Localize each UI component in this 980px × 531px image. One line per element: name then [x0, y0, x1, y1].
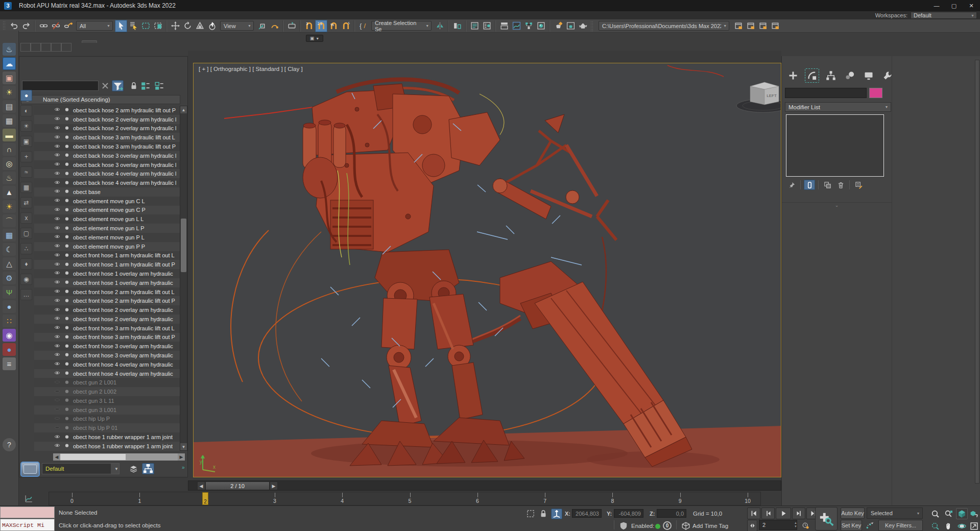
- layers-display-icon[interactable]: [128, 463, 139, 474]
- selection-filter-dropdown[interactable]: All▼: [76, 21, 113, 31]
- scroll-down-icon[interactable]: ▼: [180, 443, 187, 450]
- visibility-eye-icon[interactable]: [54, 343, 62, 350]
- scene-object-row[interactable]: obect front hose 2 overlay arm hydraulic: [34, 315, 180, 324]
- redo-icon[interactable]: [20, 20, 32, 32]
- scene-object-row[interactable]: obect back hose 3 overlay arm hydraulic …: [34, 151, 180, 160]
- bind-to-spacewarp-icon[interactable]: [62, 20, 74, 32]
- explorer-horizontal-scrollbar[interactable]: ◀ ▶: [53, 453, 185, 461]
- viewport-canvas[interactable]: [ + ] [ Orthographic ] [ Standard ] [ Cl…: [193, 63, 781, 477]
- select-by-name-icon[interactable]: [127, 20, 139, 32]
- visibility-eye-icon[interactable]: [54, 171, 62, 177]
- explorer-filter-icon-12[interactable]: ◉: [20, 274, 32, 285]
- align-icon[interactable]: [451, 20, 463, 32]
- key-filters-button[interactable]: Key Filters...: [878, 520, 923, 531]
- visibility-eye-icon[interactable]: [54, 188, 62, 195]
- maxscript-listener-pink[interactable]: [0, 506, 55, 518]
- explorer-search-input[interactable]: [22, 81, 99, 91]
- spinner-icon[interactable]: ▲▼: [791, 521, 797, 528]
- x-coord-field[interactable]: 2064,803: [572, 509, 602, 518]
- selection-lock-icon[interactable]: [539, 509, 548, 518]
- scene-container-icon-2[interactable]: [745, 20, 757, 32]
- scene-object-row[interactable]: obect back hose 3 arm hydraulic lift out…: [34, 133, 180, 142]
- sphere-icon[interactable]: ●: [3, 300, 16, 313]
- visibility-eye-icon[interactable]: [54, 316, 62, 322]
- moon-icon[interactable]: ☾: [3, 243, 16, 256]
- select-and-link-icon[interactable]: [37, 20, 50, 32]
- visibility-eye-icon[interactable]: [54, 379, 62, 386]
- scene-object-row[interactable]: obect front hose 1 arm hydraulic lift ou…: [34, 260, 180, 269]
- scene-object-row[interactable]: obect front hose 2 overlay arm hydraulic: [34, 305, 180, 315]
- viewport-label[interactable]: [ + ] [ Orthographic ] [ Standard ] [ Cl…: [199, 66, 303, 72]
- named-selection-dropdown[interactable]: Create Selection Se▼: [371, 21, 432, 31]
- axis-gizmo[interactable]: y x: [198, 449, 221, 475]
- reference-coordinate-system-dropdown[interactable]: View▼: [220, 21, 254, 31]
- scrollbar-thumb[interactable]: [181, 219, 186, 272]
- help-icon[interactable]: ?: [3, 438, 16, 451]
- window-crossing-icon[interactable]: [152, 20, 164, 32]
- visibility-eye-icon[interactable]: [54, 134, 62, 141]
- scene-object-row[interactable]: obect gun 2 L001: [34, 378, 180, 387]
- material-editor-icon[interactable]: [535, 20, 547, 32]
- make-unique-icon[interactable]: [822, 180, 833, 190]
- populate-tool-button[interactable]: [61, 43, 71, 52]
- orbit-icon[interactable]: [956, 520, 968, 531]
- visibility-eye-icon[interactable]: [54, 107, 62, 113]
- explorer-filter-icon-2[interactable]: ☀: [20, 120, 32, 132]
- toolbar-grip[interactable]: [3, 21, 6, 31]
- palette-icon[interactable]: ◉: [3, 329, 16, 342]
- select-and-place-icon[interactable]: [206, 20, 218, 32]
- scene-object-row[interactable]: obect gun 3 L001: [34, 405, 180, 415]
- visibility-eye-icon[interactable]: [54, 225, 62, 232]
- use-pivot-point-center-icon[interactable]: [256, 20, 268, 32]
- scene-object-row[interactable]: obect back hose 2 overlay arm hydraulic …: [34, 124, 180, 133]
- time-slider[interactable]: ◀ 2 / 10 ▶: [197, 481, 278, 490]
- menu-item[interactable]: [143, 15, 153, 16]
- visibility-eye-icon[interactable]: [54, 334, 62, 341]
- explorer-filter-icon-13[interactable]: …: [20, 289, 32, 300]
- explorer-filter-icon-10[interactable]: ∴: [20, 243, 32, 254]
- rectangular-selection-region-icon[interactable]: [139, 20, 152, 32]
- collapse-tree-icon[interactable]: [155, 81, 164, 90]
- visibility-eye-icon[interactable]: [54, 180, 62, 186]
- named-selection-sets-icon[interactable]: {/: [357, 20, 369, 32]
- current-frame-marker[interactable]: 2: [202, 492, 208, 505]
- visibility-eye-icon[interactable]: [54, 143, 62, 150]
- scene-object-row[interactable]: obect front hose 2 arm hydraulic lift ou…: [34, 296, 180, 305]
- menu-item[interactable]: [153, 15, 163, 16]
- set-key-button[interactable]: Set Key: [841, 520, 862, 531]
- visibility-eye-icon[interactable]: [54, 352, 62, 358]
- scroll-right-icon[interactable]: ▶: [178, 453, 185, 461]
- populate-tool-button[interactable]: [41, 43, 51, 52]
- visibility-eye-icon[interactable]: [54, 298, 62, 304]
- wire-teapot-icon[interactable]: ♨: [3, 172, 16, 184]
- area-light-icon[interactable]: ▬: [3, 129, 16, 141]
- toggle-scene-explorer-icon[interactable]: [468, 20, 481, 32]
- time-slider-track[interactable]: ◀ 2 / 10 ▶: [188, 480, 781, 491]
- grass-icon[interactable]: Ψ: [3, 286, 16, 299]
- scene-object-row[interactable]: obect element move gun P L: [34, 233, 180, 242]
- rendered-frame-window-icon[interactable]: [564, 20, 577, 32]
- scene-object-row[interactable]: obect front hose 1 overlay arm hydraulic: [34, 269, 180, 278]
- scene-object-row[interactable]: obect hip Up P: [34, 415, 180, 424]
- clear-search-icon[interactable]: [101, 82, 109, 90]
- previous-frame-icon[interactable]: ◀: [197, 481, 205, 490]
- visibility-eye-icon[interactable]: [54, 116, 62, 123]
- go-to-start-icon[interactable]: [747, 508, 760, 519]
- previous-frame-icon[interactable]: [761, 508, 775, 519]
- render-setup-icon[interactable]: [552, 20, 564, 32]
- remove-modifier-icon[interactable]: [835, 180, 846, 190]
- pin-stack-icon[interactable]: [786, 180, 797, 190]
- scene-object-row[interactable]: obect gun 3 L 11: [34, 396, 180, 405]
- zoom-region-icon[interactable]: [929, 520, 941, 531]
- zoom-icon[interactable]: [929, 508, 941, 519]
- ribbon-tab[interactable]: [82, 40, 97, 43]
- menu-item[interactable]: [71, 15, 82, 16]
- modify-tab-icon[interactable]: [805, 68, 819, 83]
- camera-icon[interactable]: ▦: [3, 114, 16, 127]
- scene-object-row[interactable]: obect gun 2 L002: [34, 387, 180, 396]
- explorer-filter-icon-5[interactable]: ≈: [20, 166, 32, 178]
- set-keys-button[interactable]: [815, 507, 838, 530]
- unlink-selection-icon[interactable]: [50, 20, 62, 32]
- isolate-selection-icon[interactable]: [526, 509, 535, 518]
- menu-item[interactable]: [133, 15, 143, 16]
